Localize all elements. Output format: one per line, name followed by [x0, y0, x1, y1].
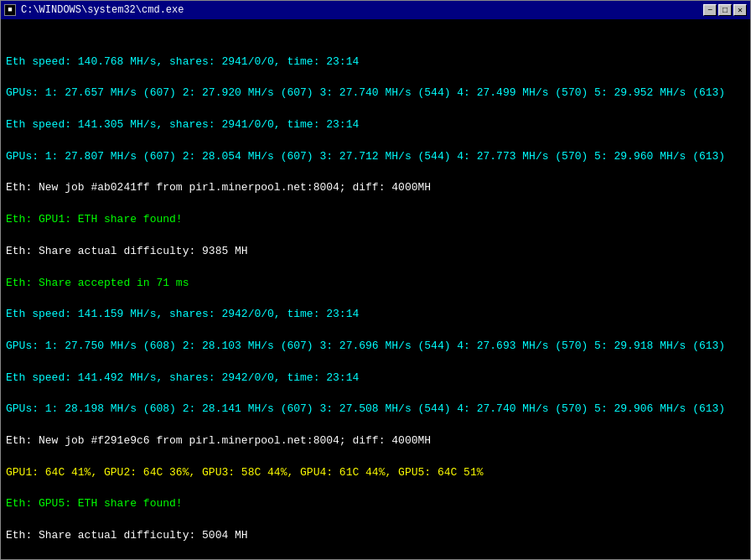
terminal-line: Eth: New job #f291e9c6 from pirl.minerpo… [6, 433, 745, 449]
maximize-button[interactable]: □ [718, 4, 732, 16]
terminal-line: Eth: Share accepted in 71 ms [6, 276, 745, 292]
terminal-line: GPU1: 64C 41%, GPU2: 64C 36%, GPU3: 58C … [6, 465, 745, 481]
terminal-line: GPUs: 1: 27.750 MH/s (608) 2: 28.103 MH/… [6, 339, 745, 355]
title-bar: ■ C:\WINDOWS\system32\cmd.exe − □ ✕ [1, 1, 750, 19]
terminal-line: GPUs: 1: 28.198 MH/s (608) 2: 28.141 MH/… [6, 402, 745, 417]
terminal-line: Eth speed: 140.768 MH/s, shares: 2941/0/… [6, 54, 745, 70]
terminal-line: GPUs: 1: 27.807 MH/s (607) 2: 28.054 MH/… [6, 149, 745, 165]
terminal-output: Eth speed: 140.768 MH/s, shares: 2941/0/… [1, 19, 750, 559]
title-bar-controls: − □ ✕ [703, 4, 747, 16]
terminal-line: Eth speed: 141.492 MH/s, shares: 2942/0/… [6, 371, 745, 386]
window-title: C:\WINDOWS\system32\cmd.exe [21, 4, 184, 16]
terminal-line: Eth: Share actual difficulty: 9385 MH [6, 244, 745, 260]
window-icon: ■ [4, 4, 16, 16]
window: ■ C:\WINDOWS\system32\cmd.exe − □ ✕ Eth … [0, 0, 751, 560]
terminal-line: Eth speed: 141.305 MH/s, shares: 2941/0/… [6, 117, 745, 133]
close-button[interactable]: ✕ [733, 4, 747, 16]
terminal-line: Eth: GPU5: ETH share found! [6, 496, 745, 512]
terminal-line: Eth: New job #ab0241ff from pirl.minerpo… [6, 180, 745, 196]
terminal-line: Eth: GPU1: ETH share found! [6, 212, 745, 228]
terminal-line: GPUs: 1: 27.657 MH/s (607) 2: 27.920 MH/… [6, 86, 745, 101]
title-bar-left: ■ C:\WINDOWS\system32\cmd.exe [4, 4, 184, 16]
minimize-button[interactable]: − [703, 4, 717, 16]
terminal-line: Eth: Share actual difficulty: 5004 MH [6, 528, 745, 544]
terminal-line: Eth speed: 141.159 MH/s, shares: 2942/0/… [6, 307, 745, 323]
